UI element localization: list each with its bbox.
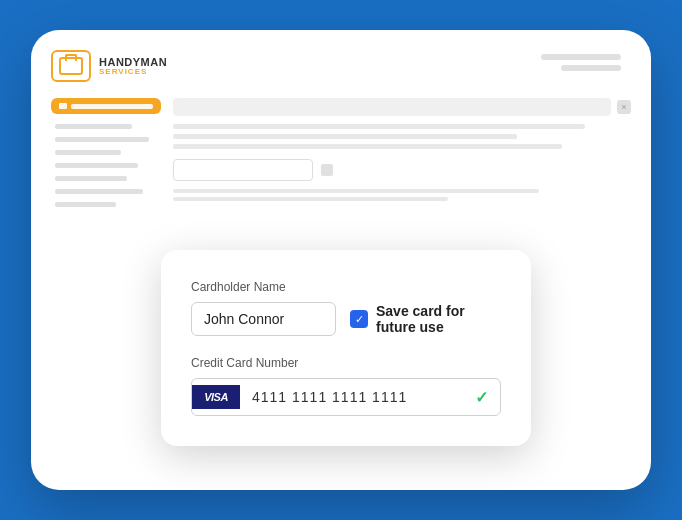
bg-sidebar-line-3 [55,150,121,155]
bg-main: × [173,98,631,211]
bg-main-line-2 [173,134,517,139]
bg-main-lines [173,124,631,149]
bg-main-line-3 [173,144,562,149]
cardholder-input[interactable] [191,302,336,336]
bg-subline-1 [173,189,539,193]
visa-badge: VISA [192,385,240,409]
bg-line-1 [541,54,621,60]
bg-content: × [51,98,631,211]
cc-input-wrapper: VISA ✓ [191,378,501,416]
cardholder-label: Cardholder Name [191,280,501,294]
bg-sidebar-line-2 [55,137,149,142]
cc-number-input[interactable] [240,379,463,415]
cc-section: Credit Card Number VISA ✓ [191,356,501,416]
payment-modal: Cardholder Name ✓ Save card for future u… [161,250,531,446]
bg-subline-2 [173,197,448,201]
bg-sidebar-line-6 [55,189,143,194]
bg-sidebar [51,98,161,211]
bg-sidebar-active-text [71,104,153,109]
cc-valid-icon: ✓ [463,388,500,407]
bg-brand-text: HANDYMAN SERVICES [99,56,167,77]
bg-brand-sub: SERVICES [99,68,167,77]
cc-label: Credit Card Number [191,356,501,370]
bg-form-row [173,159,631,181]
bg-sidebar-line-1 [55,124,132,129]
bg-checkbox [321,164,333,176]
bg-top-right-lines [541,54,621,71]
bg-input [173,159,313,181]
bg-header: HANDYMAN SERVICES [51,50,631,82]
bg-sidebar-lines [51,120,161,211]
bg-sublines [173,189,631,201]
bg-main-line-1 [173,124,585,129]
bg-brand-name: HANDYMAN [99,56,167,68]
bg-close-btn: × [617,100,631,114]
save-card-row: ✓ Save card for future use [350,303,501,335]
bg-sidebar-line-5 [55,176,127,181]
bg-sidebar-line-4 [55,163,138,168]
bg-search-bar [173,98,611,116]
bg-sidebar-line-7 [55,202,116,207]
bg-sidebar-active [51,98,161,114]
visa-text: VISA [204,391,228,403]
save-card-label: Save card for future use [376,303,501,335]
cardholder-field-row: ✓ Save card for future use [191,302,501,336]
checkbox-check-icon: ✓ [355,314,364,325]
cardholder-section: Cardholder Name ✓ Save card for future u… [191,280,501,336]
save-card-checkbox[interactable]: ✓ [350,310,368,328]
bg-logo [51,50,91,82]
bg-logo-icon [59,57,83,75]
bg-sidebar-active-icon [59,103,67,109]
bg-main-top: × [173,98,631,116]
bg-line-2 [561,65,621,71]
outer-card: HANDYMAN SERVICES [31,30,651,490]
